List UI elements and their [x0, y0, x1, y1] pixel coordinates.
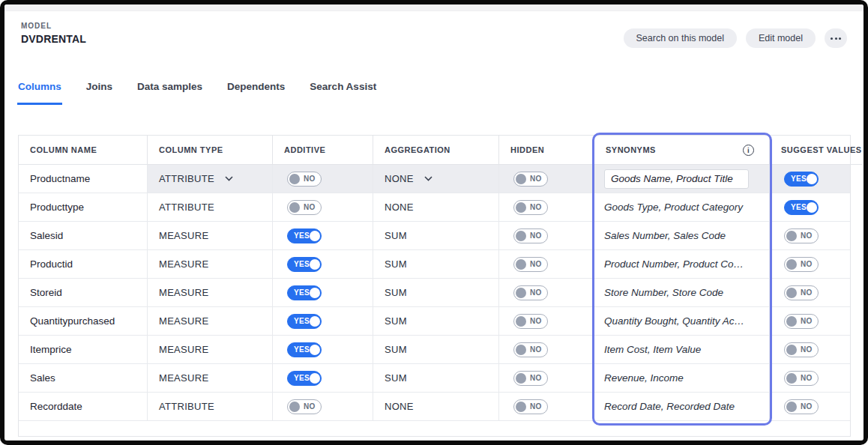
aggregation-cell[interactable]: SUM [373, 336, 499, 364]
additive-cell: NO [273, 165, 373, 193]
column-name-cell[interactable]: Producttype [19, 193, 148, 222]
toggle-yes[interactable]: YES [784, 200, 819, 215]
toggle-yes[interactable]: YES [287, 228, 322, 243]
synonyms-cell[interactable]: Quantity Bought, Quantity Ac… [594, 307, 770, 336]
column-type-cell[interactable]: ATTRIBUTE [148, 165, 273, 193]
more-options-button[interactable] [825, 28, 847, 48]
column-name-cell[interactable]: Storeid [19, 279, 148, 307]
aggregation-cell[interactable]: NONE [373, 193, 499, 222]
hidden-cell: NO [499, 222, 594, 250]
aggregation-cell[interactable]: NONE [373, 165, 499, 193]
toggle-knob [516, 402, 526, 412]
toggle-no[interactable]: NO [784, 371, 819, 386]
tab-data-samples[interactable]: Data samples [136, 81, 203, 105]
toggle-no[interactable]: NO [287, 200, 322, 215]
tab-search-assist[interactable]: Search Assist [309, 81, 377, 105]
toggle-yes[interactable]: YES [287, 371, 322, 386]
more-horizontal-icon [831, 37, 833, 40]
column-name-cell[interactable]: Sales [19, 364, 148, 393]
aggregation-cell[interactable]: SUM [373, 364, 499, 393]
hidden-cell: NO [499, 364, 594, 393]
toggle-no[interactable]: NO [784, 228, 819, 243]
toggle-knob [289, 202, 300, 213]
header-additive: ADDITIVE [273, 136, 373, 165]
synonyms-cell[interactable]: Revenue, Income [594, 364, 770, 393]
toggle-no[interactable]: NO [513, 371, 548, 386]
synonyms-cell[interactable]: Product Number, Product Co… [594, 250, 770, 279]
toggle-no[interactable]: NO [513, 314, 548, 329]
edit-model-button[interactable]: Edit model [746, 28, 816, 48]
aggregation-cell[interactable]: NONE [373, 393, 499, 421]
toggle-yes[interactable]: YES [287, 342, 322, 357]
toggle-knob [516, 373, 526, 384]
additive-cell: YES [273, 336, 373, 364]
column-type-cell[interactable]: MEASURE [148, 336, 273, 364]
chevron-down-icon[interactable] [225, 176, 233, 181]
toggle-knob [516, 345, 526, 355]
synonyms-cell[interactable]: Store Number, Store Code [594, 279, 770, 307]
info-icon[interactable]: i [743, 145, 754, 156]
toggle-no[interactable]: NO [784, 314, 819, 329]
column-name-cell[interactable]: Quantitypurchased [19, 307, 148, 336]
synonyms-cell[interactable] [594, 165, 770, 193]
tab-dependents[interactable]: Dependents [226, 81, 286, 105]
column-type-cell[interactable]: MEASURE [148, 307, 273, 336]
suggest-values-cell: NO [770, 336, 850, 364]
synonyms-cell[interactable]: Sales Number, Sales Code [594, 222, 770, 250]
column-type-cell[interactable]: MEASURE [148, 364, 273, 393]
toggle-no[interactable]: NO [513, 285, 548, 300]
additive-cell: YES [273, 222, 373, 250]
column-type-cell[interactable]: ATTRIBUTE [148, 393, 273, 421]
toggle-no[interactable]: NO [513, 257, 548, 272]
suggest-values-cell: NO [770, 250, 850, 279]
toggle-no[interactable]: NO [784, 285, 819, 300]
toggle-no[interactable]: NO [287, 172, 322, 187]
toggle-knob [310, 259, 320, 270]
window-frame: MODEL DVDRENTAL Search on this model Edi… [0, 0, 868, 445]
hidden-cell: NO [499, 336, 594, 364]
column-name-cell[interactable]: Recorddate [19, 393, 148, 421]
synonyms-cell[interactable]: Goods Type, Product Category [594, 193, 770, 222]
toggle-no[interactable]: NO [513, 342, 548, 357]
toggle-no[interactable]: NO [513, 228, 548, 243]
column-type-cell[interactable]: MEASURE [148, 222, 273, 250]
column-type-cell[interactable]: ATTRIBUTE [148, 193, 273, 222]
aggregation-cell[interactable]: SUM [373, 307, 499, 336]
toggle-no[interactable]: NO [784, 342, 819, 357]
toggle-yes[interactable]: YES [784, 172, 819, 187]
chevron-down-icon[interactable] [424, 176, 433, 181]
aggregation-cell[interactable]: SUM [373, 222, 499, 250]
search-on-model-button[interactable]: Search on this model [624, 28, 737, 48]
column-name-cell[interactable]: Productname [19, 165, 148, 193]
toggle-yes[interactable]: YES [287, 285, 322, 300]
aggregation-cell[interactable]: SUM [373, 279, 499, 307]
hidden-cell: NO [499, 393, 594, 421]
suggest-values-cell: NO [770, 279, 850, 307]
header-hidden: HIDDEN [499, 136, 594, 165]
toggle-knob [516, 202, 526, 213]
toggle-no[interactable]: NO [513, 200, 548, 215]
column-name-cell[interactable]: Salesid [19, 222, 148, 250]
toggle-no[interactable]: NO [513, 399, 548, 414]
top-strip [4, 4, 864, 11]
toggle-yes[interactable]: YES [287, 257, 322, 272]
toggle-no[interactable]: NO [513, 172, 548, 187]
toggle-knob [310, 345, 320, 355]
toggle-no[interactable]: NO [287, 399, 322, 414]
tab-columns[interactable]: Columns [17, 81, 62, 105]
toggle-knob [516, 316, 526, 327]
toggle-knob [807, 202, 817, 213]
table-row: RecorddateATTRIBUTENONONENORecord Date, … [19, 393, 850, 421]
toggle-no[interactable]: NO [784, 257, 819, 272]
column-name-cell[interactable]: Itemprice [19, 336, 148, 364]
column-type-cell[interactable]: MEASURE [148, 250, 273, 279]
synonyms-cell[interactable]: Item Cost, Item Value [594, 336, 770, 364]
tab-joins[interactable]: Joins [85, 81, 113, 105]
toggle-no[interactable]: NO [784, 399, 819, 414]
column-name-cell[interactable]: Productid [19, 250, 148, 279]
column-type-cell[interactable]: MEASURE [148, 279, 273, 307]
synonyms-input[interactable] [604, 169, 749, 189]
toggle-yes[interactable]: YES [287, 314, 322, 329]
synonyms-cell[interactable]: Record Date, Recorded Date [594, 393, 770, 421]
aggregation-cell[interactable]: SUM [373, 250, 499, 279]
